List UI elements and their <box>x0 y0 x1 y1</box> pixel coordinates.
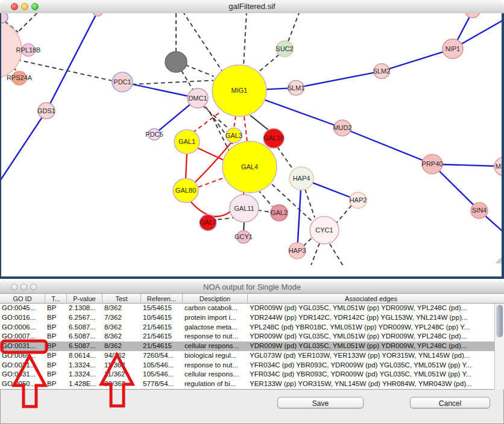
noa-window: NOA output for Single Mode GO IDT...P-va… <box>0 281 504 424</box>
network-edge-pp <box>296 71 382 88</box>
cell-type: BP <box>45 341 67 351</box>
cell-edges: YDR009W (pd) YGL035C, YML051W (pp) YDR00… <box>248 304 494 313</box>
network-node-top-partial[interactable] <box>93 13 102 16</box>
node-label-RPL18B: RPL18B <box>16 46 41 54</box>
minimize-button-inactive[interactable] <box>20 284 27 290</box>
network-edge-rd <box>198 178 224 187</box>
cell-description: cellular respons... <box>183 341 248 351</box>
column-header-associated-edges[interactable]: Associated edges <box>248 294 494 304</box>
cell-type: BP <box>45 379 67 389</box>
network-node-gray-node[interactable] <box>165 52 187 72</box>
node-label-GAL80: GAL80 <box>175 187 196 194</box>
cell-description: biological regul... <box>183 351 248 361</box>
column-header-test[interactable]: Test <box>102 294 141 304</box>
cell-reference: 5778/54... <box>141 379 183 389</box>
node-label-GAL11: GAL11 <box>234 205 254 212</box>
cell-edges: YPL248C (pd) YBR018C, YML051W (pp) YDR00… <box>248 323 494 332</box>
cell-reference: 105/546... <box>141 370 183 379</box>
column-header-t-[interactable]: T... <box>45 294 67 304</box>
network-edge-pp <box>0 111 46 186</box>
column-header-referen-[interactable]: Referen... <box>141 294 183 304</box>
network-canvas[interactable]: RPL18BRPS24AGDS1PDC1MIG1SUC2SLM1SLM2NIP1… <box>0 13 504 279</box>
cell-p_value: 1.428E... <box>67 379 102 389</box>
window-border <box>502 13 504 279</box>
cell-description: galactose meta... <box>183 323 248 332</box>
node-label-NIP1: NIP1 <box>446 45 460 52</box>
table-row[interactable]: GO:0031...BP1.3324...11/362105/546...res… <box>0 361 494 370</box>
vertical-scrollbar[interactable] <box>494 304 504 389</box>
cell-test: 94/362 <box>102 351 141 361</box>
cell-test: 8/362 <box>102 332 141 341</box>
column-header-go-id[interactable]: GO ID <box>0 294 45 304</box>
cell-type: BP <box>45 370 67 379</box>
node-label-SLM1: SLM1 <box>288 84 305 92</box>
table-row[interactable]: GO:0065...BP8.0614...94/3627260/54...bio… <box>0 351 494 361</box>
cell-description: carbon cataboli... <box>183 304 248 313</box>
cell-go_id: GO:0065... <box>0 351 45 361</box>
network-edge-rs <box>186 154 187 178</box>
node-label-MUD2: MUD2 <box>333 125 351 132</box>
cell-reference: 21/54615 <box>141 332 183 341</box>
node-label-GAL7: GAL7 <box>200 219 216 226</box>
cell-description: regulation of bi... <box>183 379 248 389</box>
network-node-top-right-partial[interactable] <box>465 13 480 18</box>
network-window-title: galFiltered.sif <box>228 0 275 13</box>
cell-reference: 7260/54... <box>141 351 183 361</box>
table-row[interactable]: GO:0016...BP6.2567...7/36210/54615protei… <box>0 313 494 323</box>
table-row[interactable]: GO:0050...BP1.428E...80/3625778/54...reg… <box>0 379 494 389</box>
table-row[interactable]: GO:0006...BP6.5087...8/36221/54615galact… <box>0 323 494 332</box>
zoom-button[interactable] <box>31 3 39 10</box>
cell-edges: YER133W (pp) YOR315W, YNL145W (pd) YHR08… <box>248 379 494 389</box>
cell-type: BP <box>45 313 67 323</box>
save-button[interactable]: Save <box>277 397 364 408</box>
table-row[interactable]: GO:0007...BP6.5087...8/36221/54615respon… <box>0 332 494 341</box>
cell-description: cellular respons... <box>183 370 248 379</box>
node-label-GAL3: GAL3 <box>225 132 242 139</box>
cell-edges: YFR034C (pd) YBR093C, YDR009W (pd) YGL03… <box>248 361 494 370</box>
cell-go_id: GO:0016... <box>0 313 45 323</box>
cell-edges: YGL073W (pd) YER103W, YER133W (pp) YOR31… <box>248 351 494 361</box>
column-header-desciption[interactable]: Desciption <box>183 294 248 304</box>
minimize-button[interactable] <box>21 3 28 10</box>
cell-test: 7/362 <box>102 313 141 323</box>
column-header-p-value[interactable]: P-value <box>67 294 102 304</box>
node-label-SLM2: SLM2 <box>373 67 391 75</box>
node-label-PDC5: PDC5 <box>145 131 163 138</box>
cell-go_id: GO:0031... <box>0 341 45 351</box>
cell-test: 11/362 <box>102 370 141 379</box>
noa-window-titlebar[interactable]: NOA output for Single Mode <box>0 281 504 294</box>
network-edge-rd <box>234 116 236 128</box>
cell-test: 8/362 <box>102 304 141 313</box>
cell-test: 80/362 <box>102 379 141 389</box>
network-edge-pd <box>277 147 293 169</box>
cell-type: BP <box>45 304 67 313</box>
cell-go_id: GO:0031... <box>0 370 45 379</box>
network-window-titlebar[interactable]: galFiltered.sif <box>0 0 504 14</box>
table-row[interactable]: GO:0031...BP1.3324...11/362105/546...cel… <box>0 370 494 379</box>
network-edge-rd <box>244 116 247 142</box>
cell-p_value: 6.5087... <box>67 341 102 351</box>
table-row-selected[interactable]: GO:0031...BP6.5087...8/36221/54615cellul… <box>0 341 494 351</box>
cancel-button[interactable]: Cancel <box>410 397 490 408</box>
cell-edges: YDR244W (pp) YDR142C, YDR142C (pp) YGL15… <box>248 313 494 323</box>
node-label-GAL4: GAL4 <box>241 163 258 170</box>
close-button-inactive[interactable] <box>11 284 17 290</box>
window-border <box>0 276 504 279</box>
cell-p_value: 6.5087... <box>67 323 102 332</box>
zoom-button-inactive[interactable] <box>30 284 37 290</box>
cell-test: 8/362 <box>102 323 141 332</box>
network-edge-pp <box>46 13 98 111</box>
cell-p_value: 6.2567... <box>67 313 102 323</box>
network-edge-pd <box>183 13 222 70</box>
node-label-GCY1: GCY1 <box>235 234 253 241</box>
node-label-RPS24A: RPS24A <box>7 75 33 82</box>
close-button[interactable] <box>11 3 18 10</box>
cell-description: protein import i... <box>183 313 248 323</box>
node-label-GDS1: GDS1 <box>37 107 55 114</box>
cell-reference: 21/54615 <box>141 341 183 351</box>
table-row[interactable]: GO:0045...BP2.1308...8/36215/54615carbon… <box>0 304 494 313</box>
cell-test: 11/362 <box>102 361 141 370</box>
network-edge-pd <box>305 189 315 217</box>
node-label-PRP40: PRP40 <box>422 161 443 168</box>
scrollbar-thumb[interactable] <box>496 305 503 337</box>
